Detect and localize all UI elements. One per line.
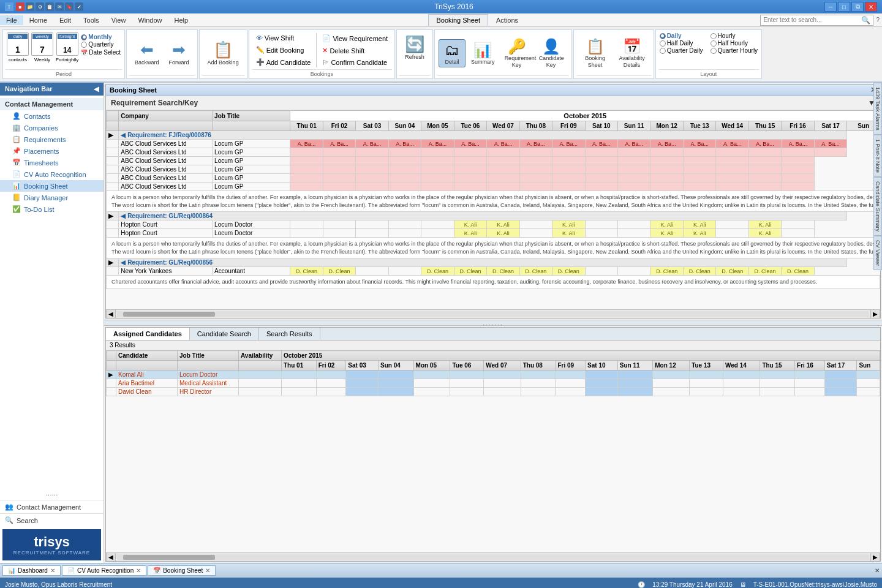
tab-candidate-search[interactable]: Candidate Search (190, 328, 259, 340)
btn-detail[interactable]: 🗂 Detail (439, 39, 466, 68)
sidebar-item-companies[interactable]: 🏢 Companies (0, 122, 104, 134)
table-row: ABC Cloud Services Ltd Locum GP (107, 165, 880, 174)
sidebar-item-placements[interactable]: 📌 Placements (0, 145, 104, 157)
btn-view-shift[interactable]: 👁 View Shift (253, 32, 314, 43)
btn-requirement-key[interactable]: 🔑 Requirement Key (500, 36, 533, 71)
bs-horiz-scroll[interactable]: ◀ ▶ (106, 309, 880, 318)
btn-forward[interactable]: ➡ Forward (165, 38, 194, 69)
scroll-right-btn[interactable]: ▶ (870, 309, 880, 318)
btn-fortnightly[interactable]: fortnight 14 (56, 32, 78, 56)
cand-horiz-scroll[interactable]: ◀ ▶ (106, 552, 880, 561)
side-label-post-it[interactable]: 1 Post-It Note (873, 135, 882, 177)
req-row-3[interactable]: ▶ ◀ Requirement: GL/Req/000856 (107, 258, 880, 267)
btn-delete-shift[interactable]: ✕ Delete Shift (319, 45, 391, 56)
help-btn[interactable]: ? (876, 17, 880, 23)
sidebar-item-timesheets[interactable]: 📅 Timesheets (0, 157, 104, 168)
quick-btn-3[interactable]: ⚙ (36, 2, 44, 11)
quick-btn-1[interactable]: ■ (16, 2, 24, 11)
side-label-cv-viewer[interactable]: CV Viewer (873, 236, 882, 270)
candidate-row-3[interactable]: David Clean HR Director (107, 388, 880, 396)
tab-search-results[interactable]: Search Results (259, 328, 320, 340)
btn-candidate-key[interactable]: 👤 Candidate Key (535, 36, 568, 71)
radio-quarter-daily[interactable]: Quarter Daily (660, 47, 703, 54)
btn-monthly[interactable]: Monthly (81, 34, 121, 40)
side-label-candidate-summary[interactable]: Candidate Summary (873, 177, 882, 236)
menu-home[interactable]: Home (23, 15, 53, 25)
quick-btn-4[interactable]: 📋 (45, 2, 54, 11)
minimize-btn[interactable]: ─ (824, 2, 837, 12)
taskbar-tab-dashboard[interactable]: 📊 Dashboard ✕ (2, 565, 61, 576)
radio-half-daily[interactable]: Half Daily (660, 40, 703, 47)
tab-assigned-candidates[interactable]: Assigned Candidates (106, 328, 190, 340)
radio-hourly[interactable]: Hourly (710, 32, 758, 39)
quick-btn-7[interactable]: ✔ (75, 2, 83, 11)
sidebar-contact-mgmt-nav[interactable]: 👥 Contact Management (0, 500, 104, 513)
btn-summary[interactable]: 📊 Summary (467, 39, 499, 68)
bs-table-container[interactable]: Company Job Title October 2015 Thu 01 Fr… (106, 110, 880, 309)
ribbon-tab-booking-sheet[interactable]: Booking Sheet (428, 14, 488, 26)
req-row-2[interactable]: ▶ ◀ Requirement: GL/Req/000864 (107, 212, 880, 221)
taskbar-close-btn[interactable]: ✕ (875, 567, 880, 574)
req-expand-3[interactable]: ▶ (107, 258, 119, 267)
menu-edit[interactable]: Edit (53, 15, 77, 25)
btn-view-requirement[interactable]: 📄 View Requirement (319, 32, 391, 44)
cv-auto-tab-close[interactable]: ✕ (136, 567, 141, 574)
restore-btn[interactable]: ⧉ (851, 2, 864, 12)
search-input[interactable] (763, 17, 861, 23)
candidate-row-1[interactable]: ▶ Komal Ali Locum Doctor (107, 371, 880, 379)
taskbar-tab-cv-auto[interactable]: 📄 CV Auto Recognition ✕ (62, 565, 146, 576)
sidebar-item-diary-manager[interactable]: 📒 Diary Manager (0, 192, 104, 203)
sidebar-search[interactable]: 🔍 Search (0, 513, 104, 527)
sidebar-item-requirements[interactable]: 📋 Requirements (0, 134, 104, 145)
btn-booking-sheet[interactable]: 📋 Booking Sheet (578, 36, 613, 71)
btn-daily[interactable]: daily 1 (7, 32, 29, 56)
scroll-left-btn[interactable]: ◀ (106, 309, 116, 318)
status-bar: Josie Musto, Opus Laboris Recruitment 🕐 … (0, 578, 882, 588)
btn-refresh[interactable]: 🔄 Refresh (401, 32, 429, 63)
req-expand-1[interactable]: ▶ (107, 131, 119, 140)
btn-backward[interactable]: ⬅ Backward (130, 38, 164, 69)
btn-edit-booking[interactable]: ✏️ Edit Booking (253, 44, 314, 56)
btn-availability-details[interactable]: 📅 Availability Details (614, 36, 650, 71)
btn-add-candidate[interactable]: ➕ Add Candidate (253, 56, 314, 68)
table-row: Hopton Court Locum Doctor K. Ali K. Ali … (107, 221, 880, 229)
taskbar-tab-booking-sheet[interactable]: 📅 Booking Sheet ✕ (148, 565, 216, 576)
req-expand-2[interactable]: ▶ (107, 212, 119, 221)
dashboard-tab-close[interactable]: ✕ (50, 567, 55, 574)
cand-scroll-left[interactable]: ◀ (106, 552, 116, 562)
candidate-row-2[interactable]: Aria Bactimel Medical Assistant (107, 379, 880, 388)
btn-add-booking[interactable]: 📋 Add Booking (203, 38, 243, 69)
radio-daily[interactable]: Daily (660, 32, 703, 39)
quick-btn-5[interactable]: ✉ (55, 2, 64, 11)
radio-quarter-hourly[interactable]: Quarter Hourly (710, 47, 758, 54)
desc-row-3: Chartered accountants offer financial ad… (107, 276, 880, 289)
sidebar-item-todo[interactable]: ✅ To-Do List (0, 203, 104, 215)
side-label-task-alarms[interactable]: 1439 Task Alarms (873, 83, 882, 135)
menu-view[interactable]: View (105, 15, 132, 25)
search-icon[interactable]: 🔍 (861, 16, 870, 24)
btn-quarterly[interactable]: Quarterly (81, 41, 121, 48)
sidebar-item-cv-auto[interactable]: 📄 CV Auto Recognition (0, 168, 104, 180)
btn-confirm-candidate[interactable]: 🏳 Confirm Candidate (319, 57, 391, 68)
menu-window[interactable]: Window (132, 15, 168, 25)
btn-date-select[interactable]: 📅 Date Select (81, 49, 121, 56)
maximize-btn[interactable]: □ (838, 2, 850, 12)
btn-weekly[interactable]: weekly 7 (31, 32, 53, 56)
menu-file[interactable]: File (0, 15, 23, 25)
quick-btn-2[interactable]: 📁 (26, 2, 34, 11)
radio-half-hourly[interactable]: Half Hourly (710, 40, 758, 47)
cand-scroll-right[interactable]: ▶ (870, 552, 880, 562)
ribbon-tab-actions[interactable]: Actions (488, 14, 526, 26)
sidebar-section-title[interactable]: Contact Management (0, 98, 104, 110)
sidebar-item-contacts[interactable]: 👤 Contacts (0, 110, 104, 122)
sidebar-collapse-btn[interactable]: ◀ (94, 85, 99, 93)
req-row-1[interactable]: ▶ ◀ Requirement: FJ/Req/000876 (107, 131, 880, 140)
booking-sheet-tab-close[interactable]: ✕ (205, 567, 210, 574)
candidate-table-container[interactable]: Candidate Job Title Availability October… (106, 350, 880, 552)
menu-tools[interactable]: Tools (77, 15, 105, 25)
menu-help[interactable]: Help (168, 15, 195, 25)
close-btn[interactable]: ✕ (865, 2, 877, 12)
splitter[interactable]: ....... (104, 320, 882, 326)
quick-btn-6[interactable]: 🔖 (65, 2, 74, 11)
sidebar-item-booking-sheet[interactable]: 📊 Booking Sheet (0, 180, 104, 192)
